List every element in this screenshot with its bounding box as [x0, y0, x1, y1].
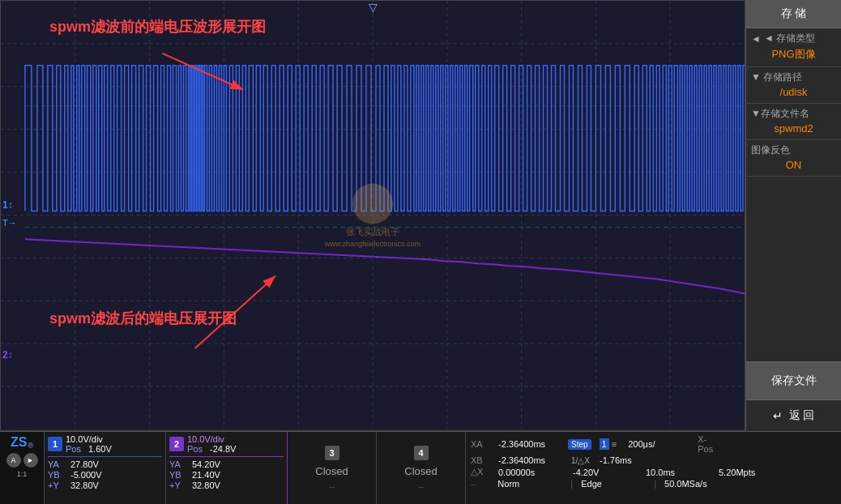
store-path-value: /udisk: [751, 84, 836, 100]
back-button[interactable]: ↵ 返 回: [746, 400, 841, 431]
ch1-marker: 1↕: [2, 199, 13, 211]
ch2-ya-row: YA 54.20V: [169, 459, 284, 469]
brand-controls: A ►: [6, 453, 38, 468]
image-reverse-section: 图像反色 ON: [746, 140, 841, 177]
ch2-pos-val: -24.8V: [210, 444, 236, 454]
ch2-info: 2 10.0V/div Pos -24.8V YA 54.20V YB 21.4…: [166, 432, 288, 504]
back-icon: ↵: [773, 409, 783, 422]
store-button[interactable]: 存 储: [746, 0, 841, 28]
xb-label: XB: [471, 455, 493, 465]
annotation-top: spwm滤波前的端电压波形展开图: [49, 17, 266, 36]
ch2-scale: 10.0V/div: [187, 434, 236, 444]
ch2-yc-label: +Y: [169, 481, 189, 490]
ch1-ya-val: 27.80V: [70, 459, 99, 469]
step-indicator: Step: [568, 439, 591, 450]
ch1-pos-label: Pos: [66, 444, 85, 454]
ch1-pos-row: Pos 1.60V: [66, 444, 112, 454]
main-container: ▽: [0, 0, 841, 431]
annotation-bottom: spwm滤波后的端电压展开图: [49, 309, 237, 328]
ch3-closed-label: Closed: [315, 465, 348, 477]
ch1-yb-val: -5.000V: [70, 470, 102, 480]
ch1-step-indicator: 1 ≡: [600, 439, 617, 449]
ch2-yb-val: 21.40V: [192, 470, 220, 480]
dx-row: △X 0.00000s -4.20V 10.0ms 5.20Mpts: [471, 467, 836, 477]
auto-button[interactable]: A: [6, 453, 21, 468]
time-div: 200μs/: [628, 439, 693, 449]
ch4-badge: 4: [414, 446, 429, 460]
ch2-pos-label: Pos: [187, 444, 207, 454]
right-panel: 存 储 ◄ ◄ 存储类型 PNG图像 ▼ 存储路径 /udisk ▼存储文件名 …: [745, 0, 841, 431]
brand-logo: ZS: [11, 435, 27, 450]
store-path-section: ▼ 存储路径 /udisk: [746, 67, 841, 104]
ch1-scale: 10.0V/div: [66, 434, 112, 444]
trigger-dash: --: [471, 479, 476, 489]
store-filename-section: ▼存储文件名 spwmd2: [746, 104, 841, 140]
ratio-indicator: 1:1: [17, 470, 28, 478]
watermark-logo: 张飞: [352, 184, 393, 224]
panel-spacer: [746, 177, 841, 361]
ch4-closed-label: Closed: [404, 465, 437, 477]
ch2-header: 2 10.0V/div Pos -24.8V: [169, 434, 284, 454]
store-filename-label: ▼存储文件名: [751, 107, 836, 121]
time-div2: 10.0ms: [646, 468, 711, 477]
run-button[interactable]: ►: [23, 453, 38, 468]
ch2-badge: 2: [169, 437, 184, 451]
ch1-yc-row: +Y 32.80V: [48, 481, 162, 490]
ch1-yc-label: +Y: [48, 481, 67, 490]
save-file-button[interactable]: 保存文件: [746, 361, 841, 400]
watermark: 张飞 张飞实战电子www.zhangfeielectronics.com: [325, 184, 420, 248]
measurements-panel: XA -2.36400ms Step 1 ≡ 200μs/ X-Pos XB -…: [466, 432, 841, 504]
xa-label: XA: [471, 439, 493, 449]
ch3-badge: 3: [325, 446, 339, 460]
back-label: 返 回: [789, 408, 815, 423]
ya-meas-val: -4.20V: [573, 468, 638, 477]
ch4-info: 4 Closed --: [377, 432, 466, 504]
brand-area: ZS ® A ► 1:1: [0, 432, 45, 504]
dx-val: 0.00000s: [498, 468, 563, 477]
xb-row: XB -2.36400ms 1/△X -1.76ms: [471, 455, 836, 465]
xpos-val: -1.76ms: [600, 455, 664, 465]
xb-val: -2.36400ms: [498, 455, 563, 465]
x-pos-label: X-Pos: [698, 434, 720, 454]
ch3-dash: --: [329, 482, 335, 491]
ch2-yc-val: 32.80V: [192, 481, 220, 490]
trigger-top-arrow: ▽: [369, 1, 378, 14]
store-path-label: ▼ 存储路径: [751, 70, 836, 84]
freq-note: 1/△X: [571, 456, 590, 465]
ch4-dash: --: [418, 482, 424, 491]
trigger-row: -- Norm | Edge | 50.0MSa/s: [471, 479, 836, 489]
ch2-yb-row: YB 21.40V: [169, 470, 284, 480]
edge-label: Edge: [581, 479, 646, 489]
ch2-yc-row: +Y 32.80V: [169, 481, 284, 490]
ch1-yb-label: YB: [48, 470, 67, 480]
ch2-pos-row: Pos -24.8V: [187, 444, 236, 454]
store-filename-value: spwmd2: [751, 121, 836, 136]
xa-val: -2.36400ms: [498, 439, 563, 449]
ch1-yc-val: 32.80V: [70, 481, 99, 490]
ch1-badge: 1: [48, 437, 62, 451]
ch1-pos-val: 1.60V: [88, 444, 112, 454]
ch1-ya-row: YA 27.80V: [48, 459, 162, 469]
ch1-yb-row: YB -5.000V: [48, 470, 162, 480]
dx-label: △X: [471, 467, 493, 477]
ch1-header: 1 10.0V/div Pos 1.60V: [48, 434, 162, 454]
ch2-ya-label: YA: [169, 459, 189, 469]
ch1-ya-label: YA: [48, 459, 67, 469]
image-reverse-label: 图像反色: [751, 143, 836, 157]
norm-label: Norm: [497, 479, 562, 489]
watermark-text: 张飞实战电子www.zhangfeielectronics.com: [325, 226, 420, 248]
status-bar: ZS ® A ► 1:1 1 10.0V/div Pos 1.60V YA 27…: [0, 431, 841, 504]
store-type-value: PNG图像: [751, 45, 836, 63]
ch2-yb-label: YB: [169, 470, 189, 480]
image-reverse-value: ON: [751, 157, 836, 173]
trigger-marker: T→: [2, 218, 17, 228]
scope-display: ▽: [0, 0, 745, 431]
sample-rate: 50.0MSa/s: [664, 479, 729, 489]
ch1-info: 1 10.0V/div Pos 1.60V YA 27.80V YB -5.00…: [45, 432, 166, 504]
xa-row: XA -2.36400ms Step 1 ≡ 200μs/ X-Pos: [471, 434, 836, 454]
ch2-marker: 2↕: [2, 349, 13, 361]
ch2-ya-val: 54.20V: [192, 459, 220, 469]
store-type-label: ◄ ◄ 存储类型: [751, 32, 836, 45]
store-type-section: ◄ ◄ 存储类型 PNG图像: [746, 28, 841, 67]
pts-label: 5.20Mpts: [719, 468, 783, 477]
